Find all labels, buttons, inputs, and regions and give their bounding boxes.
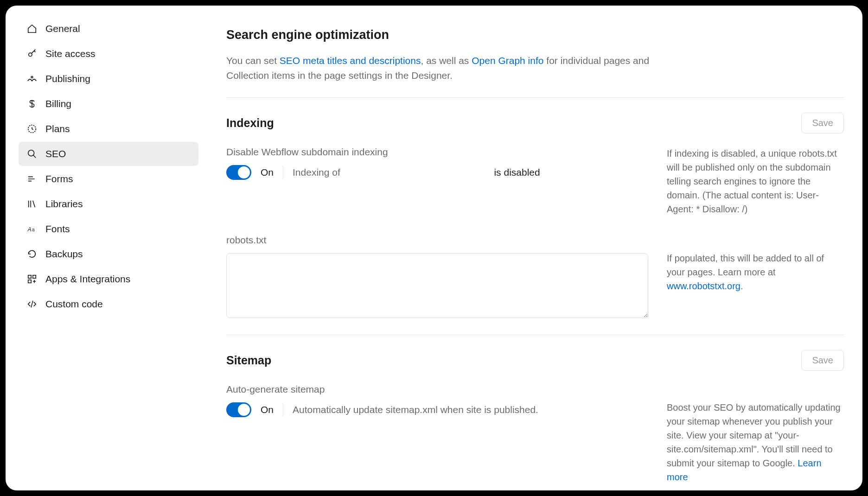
robots-label: robots.txt (226, 235, 648, 246)
sitemap-toggle[interactable] (226, 402, 251, 417)
apps-icon (27, 274, 37, 284)
intro-pre: You can set (226, 55, 280, 66)
svg-point-0 (29, 53, 32, 56)
sidebar-item-label: Fonts (45, 223, 70, 235)
sidebar: General Site access Publishing Billing P (6, 6, 211, 490)
sidebar-item-apps[interactable]: Apps & Integrations (19, 267, 198, 291)
sidebar-item-forms[interactable]: Forms (19, 167, 198, 191)
toggle-row: On Indexing of is disabled (226, 165, 648, 180)
sidebar-item-label: Apps & Integrations (45, 273, 130, 285)
sidebar-item-custom-code[interactable]: Custom code (19, 292, 198, 316)
indexing-title: Indexing (226, 116, 274, 130)
sidebar-item-label: Plans (45, 123, 70, 134)
auto-sitemap-field: Auto-generate sitemap On Automatically u… (226, 384, 844, 484)
field-left: Auto-generate sitemap On Automatically u… (226, 384, 648, 484)
robots-help: If populated, this will be added to all … (667, 235, 844, 320)
robotstxt-link[interactable]: www.robotstxt.org (667, 281, 740, 291)
sidebar-item-publishing[interactable]: Publishing (19, 67, 198, 91)
sidebar-item-site-access[interactable]: Site access (19, 42, 198, 66)
sidebar-item-label: SEO (45, 148, 66, 159)
svg-point-1 (31, 76, 33, 78)
svg-rect-7 (33, 275, 36, 278)
disable-indexing-field: Disable Webflow subdomain indexing On In… (226, 146, 844, 216)
indexing-help: If indexing is disabled, a unique robots… (667, 146, 844, 216)
vertical-divider (283, 166, 283, 179)
publish-icon (27, 74, 37, 84)
field-left: robots.txt (226, 235, 648, 320)
svg-rect-8 (28, 280, 31, 283)
indexing-save-button[interactable]: Save (801, 113, 844, 134)
sitemap-save-button[interactable]: Save (801, 350, 844, 371)
settings-window: General Site access Publishing Billing P (6, 6, 862, 490)
backup-icon (27, 249, 37, 259)
main-content: Search engine optimization You can set S… (211, 6, 862, 490)
desc-pre: Indexing of (293, 167, 343, 178)
sidebar-item-label: Billing (45, 98, 71, 109)
sidebar-item-plans[interactable]: Plans (19, 117, 198, 141)
open-graph-link[interactable]: Open Graph info (472, 55, 543, 66)
fonts-icon: Aa (27, 224, 37, 234)
sitemap-section: Sitemap Save Auto-generate sitemap On Au… (226, 335, 844, 490)
auto-sitemap-label: Auto-generate sitemap (226, 384, 648, 395)
seo-meta-link[interactable]: SEO meta titles and descriptions (280, 55, 421, 66)
sidebar-item-seo[interactable]: SEO (19, 142, 198, 166)
indexing-section: Indexing Save Disable Webflow subdomain … (226, 98, 844, 335)
key-icon (27, 49, 37, 59)
sidebar-item-label: Forms (45, 173, 73, 184)
sidebar-item-label: Custom code (45, 299, 103, 310)
svg-point-3 (28, 150, 34, 156)
robots-textarea[interactable] (226, 253, 648, 318)
robots-help-pre: If populated, this will be added to all … (667, 253, 824, 277)
intro-mid: , as well as (421, 55, 472, 66)
toggle-row: On Automatically update sitemap.xml when… (226, 402, 648, 417)
sidebar-item-label: Publishing (45, 73, 90, 84)
indexing-desc: Indexing of is disabled (293, 167, 540, 178)
section-header: Indexing Save (226, 113, 844, 134)
sidebar-item-libraries[interactable]: Libraries (19, 192, 198, 216)
search-icon (27, 149, 37, 159)
plans-icon (27, 124, 37, 134)
sidebar-item-label: Libraries (45, 198, 83, 210)
home-icon (27, 24, 37, 34)
section-header: Sitemap Save (226, 350, 844, 371)
sidebar-item-label: Site access (45, 48, 95, 59)
toggle-state: On (261, 167, 274, 178)
sidebar-item-general[interactable]: General (19, 17, 198, 41)
sitemap-desc: Automatically update sitemap.xml when si… (293, 404, 538, 415)
code-icon (27, 299, 37, 309)
svg-rect-6 (28, 275, 31, 278)
toggle-state: On (261, 404, 274, 415)
sidebar-item-label: General (45, 23, 80, 34)
field-left: Disable Webflow subdomain indexing On In… (226, 146, 648, 216)
disable-indexing-label: Disable Webflow subdomain indexing (226, 146, 648, 158)
svg-text:A: A (27, 226, 32, 233)
sidebar-item-billing[interactable]: Billing (19, 92, 198, 116)
robots-field: robots.txt If populated, this will be ad… (226, 235, 844, 320)
sidebar-item-fonts[interactable]: Aa Fonts (19, 217, 198, 241)
sitemap-title: Sitemap (226, 354, 271, 367)
libraries-icon (27, 199, 37, 209)
desc-post: is disabled (494, 167, 540, 178)
sitemap-help: Boost your SEO by automatically updating… (667, 384, 844, 484)
page-title: Search engine optimization (226, 28, 844, 42)
sidebar-item-label: Backups (45, 248, 83, 260)
robots-help-post: . (740, 281, 743, 291)
vertical-divider (283, 403, 283, 416)
intro-text: You can set SEO meta titles and descript… (226, 53, 653, 83)
forms-icon (27, 174, 37, 184)
dollar-icon (27, 99, 37, 109)
svg-text:a: a (32, 227, 35, 232)
indexing-toggle[interactable] (226, 165, 251, 180)
sidebar-item-backups[interactable]: Backups (19, 242, 198, 266)
